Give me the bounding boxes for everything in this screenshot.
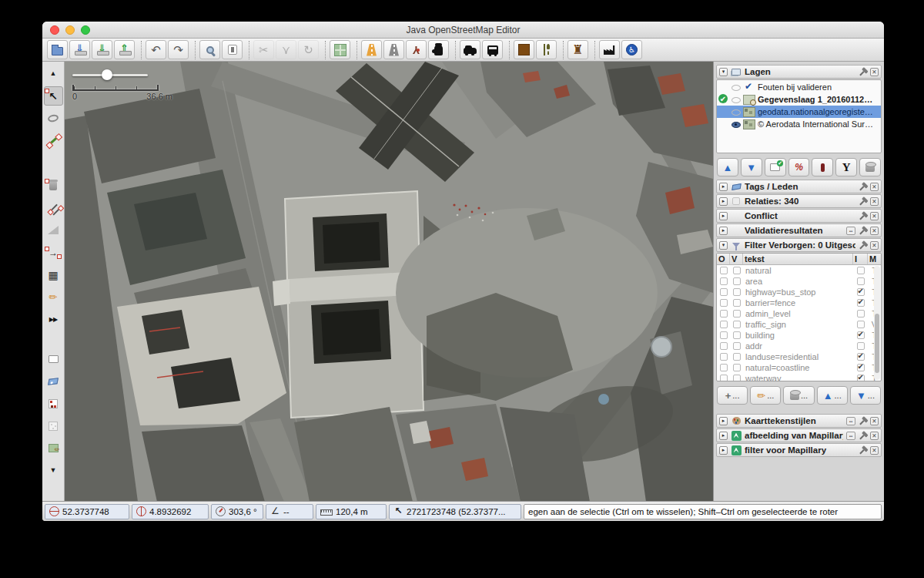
preferences[interactable] bbox=[222, 40, 243, 59]
search-presets[interactable] bbox=[199, 40, 220, 59]
panel-filter-header[interactable]: Filter Verborgen: 0 Uitgesc ✕ bbox=[716, 238, 882, 252]
zoom-window-button[interactable] bbox=[81, 25, 90, 35]
pin-icon[interactable] bbox=[857, 444, 869, 456]
close-icon[interactable]: ✕ bbox=[870, 68, 879, 76]
save[interactable]: ⇓ bbox=[69, 40, 90, 59]
layer-row[interactable]: Fouten bij valideren bbox=[717, 81, 881, 93]
panel-mapillary-filter[interactable]: filter voor Mapillary ▪▪ ✕ bbox=[716, 443, 882, 457]
expand-panel-button[interactable] bbox=[719, 446, 728, 455]
tool-layer-list[interactable] bbox=[44, 349, 63, 368]
panel-relations[interactable]: Relaties: 340 ▪▪ ✕ bbox=[716, 194, 882, 208]
tools-scroll-down[interactable]: ▼ bbox=[44, 461, 63, 480]
filter-row[interactable]: addr T bbox=[717, 341, 881, 351]
panel-mapillary-image[interactable]: afbeelding van Mapillary ▪▪ ✕ bbox=[716, 428, 882, 442]
panel-conflict[interactable]: Conflict ▪▪ ✕ bbox=[716, 209, 882, 223]
filter-enable-checkbox[interactable] bbox=[720, 331, 728, 339]
layer-visibility-eye-icon[interactable] bbox=[731, 82, 741, 92]
preset-restaurant[interactable] bbox=[536, 40, 557, 59]
redo[interactable]: ↷ bbox=[168, 40, 189, 59]
filter-hide-checkbox[interactable] bbox=[733, 375, 741, 381]
close-icon[interactable]: ✕ bbox=[870, 183, 879, 191]
filter-enable-checkbox[interactable] bbox=[720, 267, 728, 274]
close-icon[interactable]: ✕ bbox=[870, 417, 879, 425]
tool-relation-edit[interactable] bbox=[44, 394, 63, 413]
filter-up[interactable]: ▲ ... bbox=[817, 386, 848, 405]
close-icon[interactable]: ✕ bbox=[870, 212, 879, 220]
tool-improve-accuracy[interactable]: → bbox=[44, 243, 63, 262]
filter-inverted-checkbox[interactable] bbox=[857, 310, 865, 318]
tool-select[interactable]: ↖ bbox=[44, 86, 63, 106]
filter-hide-checkbox[interactable] bbox=[733, 277, 741, 285]
filter-hide-checkbox[interactable] bbox=[733, 288, 741, 296]
download[interactable]: ⇓ bbox=[92, 40, 112, 59]
expand-panel-button[interactable] bbox=[719, 197, 728, 206]
layer-active-toggle[interactable] bbox=[718, 119, 728, 129]
aerial-imagery[interactable] bbox=[65, 62, 713, 501]
filter-enable-checkbox[interactable] bbox=[720, 321, 728, 328]
expand-panel-button[interactable] bbox=[719, 417, 728, 425]
filter-inverted-checkbox[interactable] bbox=[857, 277, 865, 285]
expand-panel-button[interactable] bbox=[719, 432, 728, 440]
collapse-panel-button[interactable] bbox=[719, 68, 728, 76]
layer-active-toggle[interactable] bbox=[718, 95, 728, 104]
split-way[interactable]: ✂ bbox=[253, 40, 274, 59]
expand-panel-button[interactable] bbox=[719, 183, 728, 191]
preset-hazard[interactable] bbox=[514, 40, 534, 59]
filter-hide-checkbox[interactable] bbox=[733, 267, 741, 274]
pin-icon[interactable] bbox=[857, 415, 869, 427]
filter-inverted-checkbox[interactable] bbox=[857, 331, 865, 339]
filter-hide-checkbox[interactable] bbox=[733, 331, 741, 339]
filter-down[interactable]: ▼ ... bbox=[850, 386, 881, 405]
filter-inverted-checkbox[interactable] bbox=[857, 299, 865, 307]
filter-hide-checkbox[interactable] bbox=[733, 310, 741, 318]
panel-layers-header[interactable]: Lagen ✕ bbox=[716, 65, 882, 79]
preset-road[interactable] bbox=[383, 40, 404, 59]
combine-way[interactable]: ⋎ bbox=[276, 40, 296, 59]
filter-row[interactable]: highway=bus_stop T bbox=[717, 287, 881, 297]
close-window-button[interactable] bbox=[50, 25, 59, 35]
filter-inverted-checkbox[interactable] bbox=[857, 364, 865, 371]
filter-hide-checkbox[interactable] bbox=[733, 364, 741, 371]
minimize-window-button[interactable] bbox=[65, 25, 75, 35]
filter-row[interactable]: waterway T bbox=[717, 373, 881, 381]
panel-menu-button[interactable]: ▪▪ bbox=[846, 227, 855, 235]
layer-opacity-button[interactable]: % bbox=[788, 158, 810, 176]
tool-imagery-offset[interactable] bbox=[44, 416, 63, 435]
panel-map-paint-styles[interactable]: Kaarttekenstijlen ▪▪ ✕ bbox=[716, 414, 882, 428]
preset-pedestrian[interactable]: ♿ bbox=[621, 40, 642, 59]
collapse-panel-button[interactable] bbox=[719, 241, 728, 250]
scrollbar-thumb[interactable] bbox=[875, 314, 879, 373]
close-icon[interactable]: ✕ bbox=[870, 227, 879, 235]
filter-row[interactable]: natural T bbox=[717, 265, 881, 276]
filter-inverted-checkbox[interactable] bbox=[857, 353, 865, 361]
zoom-slider[interactable] bbox=[72, 69, 148, 80]
pin-icon[interactable] bbox=[857, 195, 869, 207]
layer-marker-button[interactable] bbox=[812, 158, 833, 176]
layer-visibility-eye-icon[interactable] bbox=[731, 119, 741, 129]
filter-enable-checkbox[interactable] bbox=[720, 353, 728, 361]
imagery[interactable] bbox=[330, 40, 350, 59]
filter-row[interactable]: admin_level T bbox=[717, 308, 881, 319]
preset-car[interactable] bbox=[460, 40, 480, 59]
pin-icon[interactable] bbox=[857, 210, 869, 222]
expand-panel-button[interactable] bbox=[719, 212, 728, 220]
layer-visibility-eye-icon[interactable] bbox=[731, 107, 741, 116]
panel-validation-results[interactable]: Validatieresultaten ▪▪ ✕ bbox=[716, 223, 882, 237]
layer-merge-button[interactable] bbox=[765, 158, 786, 176]
tool-parallel-way[interactable] bbox=[44, 198, 63, 217]
filter-add[interactable]: + ... bbox=[717, 386, 748, 405]
filter-inverted-checkbox[interactable] bbox=[857, 375, 865, 381]
filter-enable-checkbox[interactable] bbox=[720, 375, 728, 381]
filter-enable-checkbox[interactable] bbox=[720, 299, 728, 307]
preset-junction[interactable]: Y bbox=[406, 40, 427, 59]
filter-inverted-checkbox[interactable] bbox=[857, 267, 865, 274]
tool-delete[interactable] bbox=[44, 176, 63, 195]
layer-row[interactable]: © Aerodata International Sur… bbox=[717, 118, 881, 130]
scrollbar[interactable] bbox=[874, 266, 880, 380]
tool-mapillary-edit[interactable] bbox=[44, 439, 63, 458]
filter-row[interactable]: natural=coastline T bbox=[717, 362, 881, 373]
layer-move-down-button[interactable]: ▼ bbox=[741, 158, 762, 176]
close-icon[interactable]: ✕ bbox=[870, 241, 879, 250]
filter-row[interactable]: area T bbox=[717, 276, 881, 287]
tool-lasso[interactable] bbox=[44, 109, 63, 128]
